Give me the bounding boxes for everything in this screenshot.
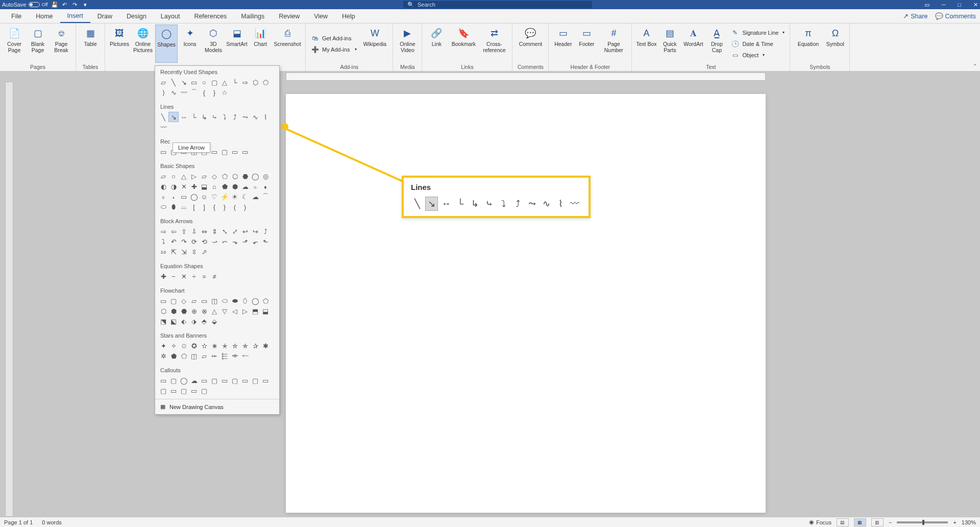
tab-file[interactable]: File bbox=[4, 9, 29, 23]
co6[interactable]: ▢ bbox=[209, 375, 219, 386]
3d-models-button[interactable]: ⬡3D Models bbox=[202, 25, 225, 63]
st20[interactable]: ⬳ bbox=[240, 351, 250, 361]
bs16[interactable]: ⬓ bbox=[199, 181, 209, 191]
co11[interactable]: ▭ bbox=[260, 375, 271, 386]
ba16[interactable]: ⟲ bbox=[199, 236, 209, 247]
tab-review[interactable]: Review bbox=[272, 9, 307, 23]
bs30[interactable]: ☀ bbox=[230, 191, 240, 202]
callout-shape-elbow[interactable]: └ bbox=[454, 197, 467, 211]
page-number-button[interactable]: #Page Number bbox=[599, 25, 628, 63]
cover-page-button[interactable]: 📄Cover Page bbox=[3, 25, 26, 63]
fc22[interactable]: ⬓ bbox=[260, 306, 271, 316]
horizontal-ruler[interactable] bbox=[286, 73, 766, 81]
fc11[interactable]: ⬠ bbox=[260, 296, 271, 306]
save-icon[interactable]: 💾 bbox=[51, 1, 58, 8]
ba18[interactable]: ⤺ bbox=[219, 236, 230, 247]
callout-shape-double-arrow[interactable]: ↔ bbox=[439, 197, 452, 211]
redo-icon[interactable]: ↷ bbox=[71, 1, 79, 8]
bs28[interactable]: ♡ bbox=[209, 191, 219, 202]
shape-rect1[interactable]: ▭ bbox=[158, 147, 168, 157]
vertical-ruler[interactable] bbox=[5, 82, 13, 517]
shape-rect[interactable]: ▭ bbox=[189, 77, 199, 87]
read-mode-button[interactable]: ▤ bbox=[837, 518, 849, 526]
date-time-button[interactable]: 🕒Date & Time bbox=[729, 38, 787, 50]
tab-home[interactable]: Home bbox=[29, 9, 60, 23]
bs18[interactable]: ⬟ bbox=[219, 181, 230, 191]
tab-layout[interactable]: Layout bbox=[154, 9, 187, 23]
eq4[interactable]: ÷ bbox=[189, 271, 199, 281]
bs39[interactable]: { bbox=[209, 202, 219, 212]
ba10[interactable]: ↪ bbox=[250, 226, 260, 236]
autosave-toggle[interactable]: AutoSave Off bbox=[2, 2, 48, 8]
ribbon-display-icon[interactable]: ▭ bbox=[924, 2, 929, 8]
zoom-out-button[interactable]: − bbox=[889, 519, 892, 525]
fc26[interactable]: ⬗ bbox=[189, 316, 199, 326]
symbol-button[interactable]: ΩSymbol bbox=[824, 25, 846, 63]
co12[interactable]: ▢ bbox=[158, 386, 168, 396]
bs35[interactable]: ⬮ bbox=[168, 202, 179, 212]
wikipedia-button[interactable]: WWikipedia bbox=[360, 25, 389, 63]
st10[interactable]: ✰ bbox=[250, 341, 260, 351]
shape-elbow-double[interactable]: ⤷ bbox=[209, 112, 219, 122]
print-layout-button[interactable]: ▦ bbox=[854, 518, 866, 526]
fc7[interactable]: ⬭ bbox=[219, 296, 230, 306]
shape-curve-connector[interactable]: ⤵ bbox=[219, 112, 230, 122]
ba3[interactable]: ⇧ bbox=[179, 226, 189, 236]
bs27[interactable]: ☺ bbox=[199, 191, 209, 202]
co14[interactable]: ▢ bbox=[179, 386, 189, 396]
tab-help[interactable]: Help bbox=[335, 9, 362, 23]
fc9[interactable]: ⬯ bbox=[240, 296, 250, 306]
co10[interactable]: ▢ bbox=[250, 375, 260, 386]
undo-icon[interactable]: ↶ bbox=[61, 1, 68, 8]
ba11[interactable]: ⤴ bbox=[260, 226, 271, 236]
bs40[interactable]: } bbox=[219, 202, 230, 212]
fc14[interactable]: ⬣ bbox=[179, 306, 189, 316]
minimize-icon[interactable]: ─ bbox=[942, 2, 946, 8]
fc13[interactable]: ⬢ bbox=[168, 306, 179, 316]
fc2[interactable]: ▢ bbox=[168, 296, 179, 306]
co1[interactable]: ▭ bbox=[158, 375, 168, 386]
callout-shape-line-arrow[interactable]: ↘ bbox=[425, 197, 438, 211]
shape-elbow-arrow[interactable]: ↳ bbox=[199, 112, 209, 122]
search-box[interactable]: 🔍 Search bbox=[403, 1, 592, 8]
shape-line-plain[interactable]: ╲ bbox=[158, 112, 168, 122]
shape-pentagon[interactable]: ⬠ bbox=[260, 77, 271, 87]
ba8[interactable]: ⤢ bbox=[230, 226, 240, 236]
bs31[interactable]: ☾ bbox=[240, 191, 250, 202]
ba7[interactable]: ⤡ bbox=[219, 226, 230, 236]
fc18[interactable]: ▽ bbox=[219, 306, 230, 316]
shape-arrow[interactable]: ⇨ bbox=[240, 77, 250, 87]
status-page[interactable]: Page 1 of 1 bbox=[4, 519, 33, 525]
fc24[interactable]: ⬕ bbox=[168, 316, 179, 326]
shape-triangle[interactable]: △ bbox=[219, 77, 230, 87]
shape-scribble[interactable]: 〰 bbox=[158, 122, 168, 132]
co7[interactable]: ▭ bbox=[219, 375, 230, 386]
st5[interactable]: ✫ bbox=[199, 341, 209, 351]
qat-customize-icon[interactable]: ▾ bbox=[82, 1, 89, 8]
fc6[interactable]: ◫ bbox=[209, 296, 219, 306]
bs26[interactable]: ◯ bbox=[189, 191, 199, 202]
bs8[interactable]: ⬡ bbox=[230, 171, 240, 181]
online-video-button[interactable]: ▶Online Video bbox=[396, 25, 419, 63]
fc23[interactable]: ⬔ bbox=[158, 316, 168, 326]
shape-rect7[interactable]: ▢ bbox=[219, 147, 230, 157]
bs9[interactable]: ⬣ bbox=[240, 171, 250, 181]
st14[interactable]: ⬠ bbox=[179, 351, 189, 361]
fc15[interactable]: ⊕ bbox=[189, 306, 199, 316]
co3[interactable]: ◯ bbox=[179, 375, 189, 386]
pictures-button[interactable]: 🖼Pictures bbox=[108, 25, 131, 63]
bs25[interactable]: ▭ bbox=[179, 191, 189, 202]
callout-shape-curve2[interactable]: ∿ bbox=[540, 197, 553, 211]
fc28[interactable]: ⬙ bbox=[209, 316, 219, 326]
st11[interactable]: ✱ bbox=[260, 341, 271, 351]
shape-curve2[interactable]: ∿ bbox=[250, 112, 260, 122]
shape-curve[interactable]: ∿ bbox=[168, 87, 179, 98]
shape-line-arrow[interactable]: ↘ bbox=[179, 77, 189, 87]
eq2[interactable]: − bbox=[168, 271, 179, 281]
ba14[interactable]: ↷ bbox=[179, 236, 189, 247]
online-pictures-button[interactable]: 🌐Online Pictures bbox=[132, 25, 154, 63]
callout-shape-curve[interactable]: ⤵ bbox=[497, 197, 510, 211]
bs20[interactable]: ☁ bbox=[240, 181, 250, 191]
co16[interactable]: ▢ bbox=[199, 386, 209, 396]
st15[interactable]: ◫ bbox=[189, 351, 199, 361]
